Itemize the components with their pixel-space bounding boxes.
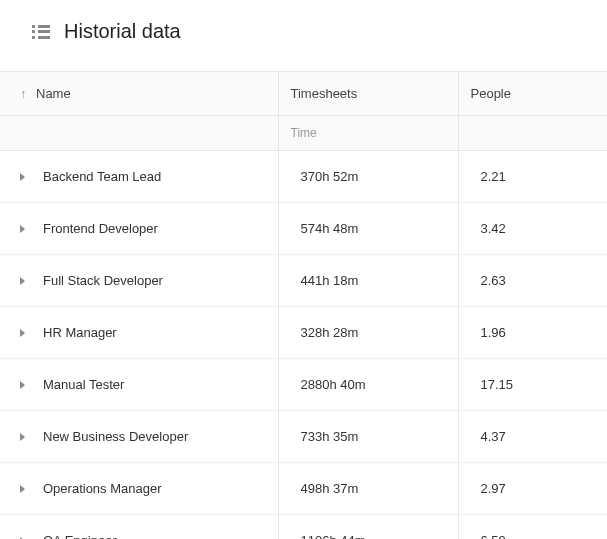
row-name-label: HR Manager (43, 325, 117, 340)
cell-people: 3.42 (458, 203, 607, 255)
cell-name: New Business Developer (0, 411, 278, 463)
cell-time: 328h 28m (278, 307, 458, 359)
cell-time: 1106h 44m (278, 515, 458, 540)
expand-caret-icon[interactable] (20, 225, 25, 233)
cell-time: 574h 48m (278, 203, 458, 255)
row-name-label: Frontend Developer (43, 221, 158, 236)
table-row[interactable]: Frontend Developer574h 48m3.42 (0, 203, 607, 255)
cell-name: Frontend Developer (0, 203, 278, 255)
cell-name: QA Engineer (0, 515, 278, 540)
table-row[interactable]: Operations Manager498h 37m2.97 (0, 463, 607, 515)
cell-people: 4.37 (458, 411, 607, 463)
cell-name: Backend Team Lead (0, 151, 278, 203)
row-name-label: QA Engineer (43, 533, 117, 539)
table-row[interactable]: QA Engineer1106h 44m6.59 (0, 515, 607, 540)
table-row[interactable]: New Business Developer733h 35m4.37 (0, 411, 607, 463)
column-header-name[interactable]: ↑ Name (0, 72, 278, 116)
table-row[interactable]: Full Stack Developer441h 18m2.63 (0, 255, 607, 307)
cell-time: 498h 37m (278, 463, 458, 515)
cell-time: 2880h 40m (278, 359, 458, 411)
row-name-label: Manual Tester (43, 377, 124, 392)
row-name-label: Backend Team Lead (43, 169, 161, 184)
column-name-label: Name (36, 86, 71, 101)
cell-time: 733h 35m (278, 411, 458, 463)
table-row[interactable]: Manual Tester2880h 40m17.15 (0, 359, 607, 411)
cell-time: 441h 18m (278, 255, 458, 307)
expand-caret-icon[interactable] (20, 329, 25, 337)
sort-ascending-icon: ↑ (20, 87, 26, 101)
cell-people: 2.21 (458, 151, 607, 203)
row-name-label: Operations Manager (43, 481, 162, 496)
row-name-label: New Business Developer (43, 429, 188, 444)
expand-caret-icon[interactable] (20, 381, 25, 389)
row-name-label: Full Stack Developer (43, 273, 163, 288)
cell-name: HR Manager (0, 307, 278, 359)
table-row[interactable]: Backend Team Lead370h 52m2.21 (0, 151, 607, 203)
subheader-empty (0, 116, 278, 151)
cell-name: Full Stack Developer (0, 255, 278, 307)
expand-caret-icon[interactable] (20, 433, 25, 441)
table-subheader-row: Time (0, 116, 607, 151)
page-header: Historial data (0, 0, 607, 71)
cell-name: Operations Manager (0, 463, 278, 515)
expand-caret-icon[interactable] (20, 485, 25, 493)
table-header-row: ↑ Name Timesheets People (0, 72, 607, 116)
subheader-time: Time (278, 116, 458, 151)
subheader-empty (458, 116, 607, 151)
cell-name: Manual Tester (0, 359, 278, 411)
cell-people: 6.59 (458, 515, 607, 540)
table-row[interactable]: HR Manager328h 28m1.96 (0, 307, 607, 359)
expand-caret-icon[interactable] (20, 277, 25, 285)
cell-people: 17.15 (458, 359, 607, 411)
page-title: Historial data (64, 20, 181, 43)
column-header-timesheets[interactable]: Timesheets (278, 72, 458, 116)
data-table: ↑ Name Timesheets People Time Backend Te… (0, 71, 607, 539)
expand-caret-icon[interactable] (20, 173, 25, 181)
cell-people: 2.97 (458, 463, 607, 515)
list-icon (32, 25, 50, 39)
cell-time: 370h 52m (278, 151, 458, 203)
column-header-people[interactable]: People (458, 72, 607, 116)
cell-people: 1.96 (458, 307, 607, 359)
cell-people: 2.63 (458, 255, 607, 307)
